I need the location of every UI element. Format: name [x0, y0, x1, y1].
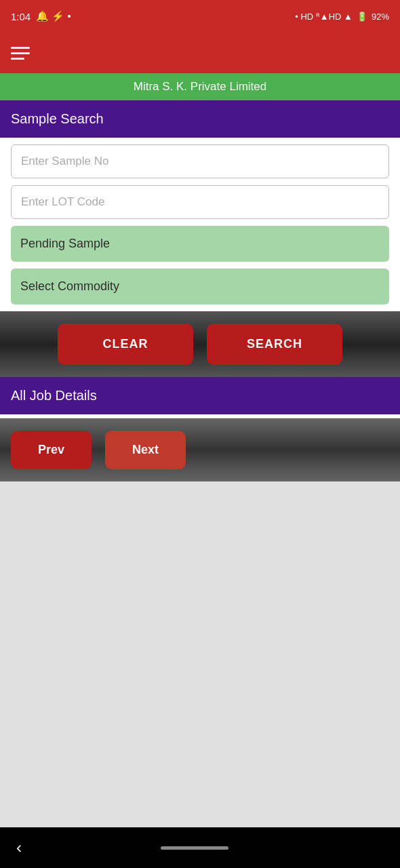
battery-icon: 🔋	[357, 12, 367, 22]
gray-fill-area	[0, 481, 400, 827]
prev-button[interactable]: Prev	[11, 431, 92, 469]
status-time: 1:04 🔔 ⚡ •	[11, 10, 71, 22]
company-name: Mitra S. K. Private Limited	[134, 80, 267, 93]
job-details-header: All Job Details	[0, 377, 400, 414]
pending-sample-btn[interactable]: Pending Sample	[11, 226, 389, 262]
select-commodity-btn[interactable]: Select Commodity	[11, 269, 389, 304]
notification-icons: 🔔 ⚡ •	[36, 10, 71, 22]
clear-button[interactable]: CLEAR	[58, 323, 193, 365]
time-display: 1:04	[11, 11, 31, 22]
hamburger-line-1	[11, 47, 30, 49]
hamburger-menu[interactable]	[11, 47, 30, 60]
job-details-title: All Job Details	[11, 388, 97, 403]
bottom-nav: ‹	[0, 827, 400, 868]
home-indicator[interactable]	[161, 846, 228, 850]
signal-indicator: • HD ᴿ▲HD ▲	[295, 12, 353, 22]
sample-no-input[interactable]	[11, 144, 389, 178]
back-button[interactable]: ‹	[16, 838, 22, 857]
search-button[interactable]: SEARCH	[207, 323, 342, 365]
status-bar: 1:04 🔔 ⚡ • • HD ᴿ▲HD ▲ 🔋 92%	[0, 0, 400, 33]
hamburger-line-3	[11, 58, 24, 60]
status-right: • HD ᴿ▲HD ▲ 🔋 92%	[295, 12, 389, 22]
battery-level: 92%	[372, 12, 389, 22]
hamburger-line-2	[11, 52, 30, 54]
sample-search-title: Sample Search	[11, 111, 104, 126]
company-banner: Mitra S. K. Private Limited	[0, 73, 400, 100]
lot-code-input[interactable]	[11, 185, 389, 219]
next-button[interactable]: Next	[105, 431, 186, 469]
form-area: Pending Sample Select Commodity	[0, 138, 400, 311]
toolbar	[0, 33, 400, 73]
action-bar: CLEAR SEARCH	[0, 311, 400, 377]
sample-search-header: Sample Search	[0, 100, 400, 138]
pagination-bar: Prev Next	[0, 418, 400, 481]
